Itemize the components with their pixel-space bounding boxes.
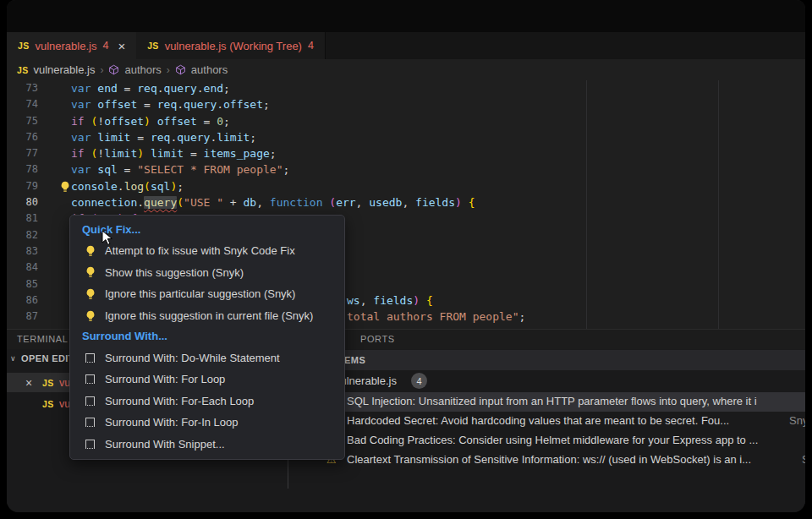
problem-row[interactable]: ⚠Hardcoded Secret: Avoid hardcoding valu… (288, 412, 805, 431)
code-token: ws (347, 294, 360, 307)
breadcrumb-symbol[interactable]: authors (191, 63, 228, 76)
line-number: 76 (7, 129, 56, 145)
code-token: . (157, 82, 164, 95)
code-token: req (151, 131, 170, 144)
code-token: connection (71, 196, 137, 209)
menu-item[interactable]: Show this suggestion (Snyk) (70, 262, 344, 284)
highlighted-symbol-query: query (144, 196, 177, 209)
code-token: req (137, 82, 156, 95)
surround-snippet-icon (84, 438, 96, 451)
code-token: fields (373, 294, 413, 307)
code-token: "USE " (184, 196, 223, 209)
panel-tab-terminal[interactable]: TERMINAL (17, 334, 68, 344)
code-token (462, 196, 469, 209)
code-line-80: 80connection.query("USE " + db, function… (7, 194, 805, 210)
line-number: 75 (7, 113, 56, 129)
js-file-icon: JS (17, 65, 28, 75)
code-token (144, 147, 151, 160)
tab-vulnerable-js-working-tree[interactable]: JS vulnerable.js (Working Tree) 4 (136, 32, 326, 59)
code-token: ; (263, 98, 270, 111)
code-token: ) (455, 196, 462, 209)
line-number: 73 (7, 80, 56, 96)
menu-item[interactable]: Surround With Snippet... (70, 434, 344, 456)
code-token: . (197, 82, 204, 95)
code-token: , (256, 196, 270, 209)
code-token: fields (415, 196, 455, 209)
problem-row[interactable]: ⚠Bad Coding Practices: Consider using He… (288, 431, 805, 451)
chevron-down-icon: ∨ (10, 354, 16, 363)
quick-fix-context-menu: Quick Fix...Attempt to fix issue with Sn… (69, 215, 345, 460)
mouse-cursor-icon (102, 230, 115, 247)
code-token: limit (217, 131, 250, 144)
menu-item-label: Surround With: For Loop (105, 373, 225, 385)
problem-row[interactable]: ⚠Cleartext Transmission of Sensitive Inf… (288, 451, 805, 470)
code-token: items_page (204, 147, 270, 160)
code-token: if (71, 147, 91, 160)
problem-source-label: Snyk (789, 414, 805, 427)
code-token: ; (223, 82, 230, 95)
menu-item[interactable]: Ignore this particular suggestion (Snyk) (70, 283, 344, 305)
code-token: ; (519, 310, 526, 323)
code-token: var (71, 131, 97, 144)
code-token: = (184, 147, 203, 160)
surround-snippet-icon (84, 416, 96, 429)
code-token: err (336, 196, 355, 209)
panel-tab-ports[interactable]: PORTS (360, 334, 395, 344)
surround-snippet-icon (84, 373, 96, 385)
problems-file-row[interactable]: vulnerable.js 4 (288, 371, 805, 391)
code-line-77: 77if (!limit) limit = items_page; (7, 145, 805, 161)
menu-section-header: Surround With... (70, 326, 344, 347)
problem-source-label: S (802, 453, 805, 466)
code-token: ! (97, 147, 104, 160)
code-token: "SELECT * FROM people" (137, 163, 283, 176)
code-token: offset (157, 115, 197, 128)
line-number: 80 (7, 194, 56, 210)
problem-row[interactable]: ⚠SQL Injection: Unsanitized input from a… (288, 392, 805, 412)
breadcrumb-file[interactable]: vulnerable.js (33, 63, 95, 76)
tab-problem-count: 4 (102, 40, 108, 52)
lightbulb-icon (84, 287, 96, 300)
code-line-79: 79console.log(sql); (7, 178, 805, 194)
chevron-right-icon: › (100, 64, 103, 76)
menu-item[interactable]: Surround With: Do-While Statement (70, 347, 344, 369)
code-token: + (223, 196, 243, 209)
problem-message: Cleartext Transmission of Sensitive Info… (347, 453, 751, 466)
code-line-73: 73var end = req.query.end; (7, 80, 805, 96)
menu-item[interactable]: Surround With: For-Each Loop (70, 391, 344, 412)
breadcrumb-symbol[interactable]: authors (124, 63, 161, 76)
menu-item-label: Surround With Snippet... (105, 438, 225, 451)
code-token: var (71, 98, 97, 111)
menu-item[interactable]: Ignore this suggestion in current file (… (70, 305, 344, 327)
code-token: offset (104, 115, 144, 128)
menu-item-label: Ignore this particular suggestion (Snyk) (105, 287, 295, 300)
code-token: end (97, 82, 117, 95)
code-token: total authors FROM people" (347, 310, 519, 323)
line-number: 85 (7, 276, 56, 292)
menu-item[interactable]: Surround With: For-In Loop (70, 412, 344, 434)
code-token (420, 294, 426, 307)
code-line-78: 78var sql = "SELECT * FROM people"; (7, 161, 805, 178)
line-number: 83 (7, 243, 56, 260)
code-token: limit (97, 131, 130, 144)
menu-item[interactable]: Surround With: For Loop (70, 369, 344, 391)
code-token: db (244, 196, 257, 209)
code-line-76: 76var limit = req.query.limit; (7, 129, 805, 145)
code-token: ; (250, 131, 256, 144)
code-token: = (197, 115, 217, 128)
line-number: 82 (7, 227, 56, 243)
code-token: var (71, 163, 97, 176)
code-token: limit (151, 147, 184, 160)
tab-vulnerable-js[interactable]: JS vulnerable.js 4 × (7, 32, 136, 59)
close-icon[interactable]: × (118, 40, 125, 52)
code-token: ! (97, 115, 104, 128)
problem-message: Bad Coding Practices: Consider using Hel… (347, 434, 758, 446)
code-token: ) (413, 294, 420, 307)
code-token: , (360, 294, 374, 307)
menu-item-label: Show this suggestion (Snyk) (105, 266, 244, 279)
problems-header-band: PROBLEMS (288, 350, 805, 370)
line-number: 77 (7, 145, 56, 161)
close-icon[interactable]: × (25, 376, 32, 390)
menu-item-label: Attempt to fix issue with Snyk Code Fix (105, 244, 295, 257)
code-token: = (130, 131, 150, 144)
code-line-74: 74var offset = req.query.offset; (7, 96, 805, 112)
